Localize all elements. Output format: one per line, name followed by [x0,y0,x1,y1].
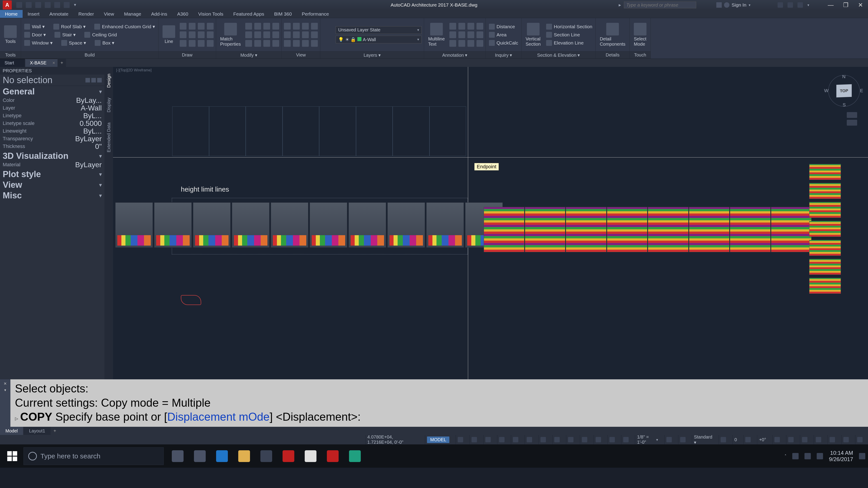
quickprops-icon[interactable] [788,437,794,442]
ribbon-tool-icon[interactable] [272,40,279,47]
prop-section-view[interactable]: View▾ [0,179,104,190]
ceiling-grid-button[interactable]: Ceiling Grid [84,31,118,38]
ribbon-tool-icon[interactable] [245,40,252,47]
ribbon-tab-vision-tools[interactable]: Vision Tools [193,10,228,18]
prop-section-misc[interactable]: Misc▾ [0,190,104,200]
prop-section-3d-visualization[interactable]: 3D Visualization▾ [0,150,104,161]
ribbon-tool-icon[interactable] [293,23,300,30]
ribbon-tab-insert[interactable]: Insert [23,10,44,18]
select-icon[interactable] [91,78,96,83]
palette-tab-display[interactable]: Display [106,93,112,117]
gear-icon[interactable] [666,437,672,442]
ribbon-tool-icon[interactable] [450,31,456,38]
drawing-canvas[interactable]: [-][Top][2D Wireframe] Endpoint height l… [113,67,868,379]
ribbon-tool-icon[interactable] [293,40,300,47]
ribbon-tab-featured-apps[interactable]: Featured Apps [228,10,269,18]
taskbar-taskview-button[interactable] [189,446,211,466]
ribbon-tool-icon[interactable] [189,40,195,47]
viewport-label[interactable]: [-][Top][2D Wireframe] [116,68,151,72]
cmdline-handle[interactable]: × ▾ [0,379,10,427]
vertical-button[interactable]: Vertical Section [524,22,542,48]
hardware-accel-icon[interactable] [830,437,835,442]
annoscale-icon[interactable] [680,437,686,442]
taskbar-mcafee-button[interactable] [278,446,299,466]
multiline-button[interactable]: Multiline Text [426,22,446,48]
angle2-readout[interactable]: +0° [757,435,768,445]
pick-icon[interactable] [97,78,102,83]
infocenter-search[interactable]: ▸ [619,2,696,8]
add-layout-button[interactable]: + [51,427,59,435]
a360-icon[interactable] [716,2,722,8]
ribbon-tool-icon[interactable] [450,40,456,47]
ribbon-tool-icon[interactable] [207,31,214,38]
properties-selection[interactable]: No selection [0,74,104,86]
qat-dropdown-icon[interactable]: ▼ [73,3,77,7]
ribbon-tool-icon[interactable] [189,31,195,38]
layout-tab-model[interactable]: Model [0,427,23,435]
qat-print-icon[interactable] [64,2,70,8]
scale-readout[interactable]: 1/8" = 1'-0" ▾ [635,435,660,445]
cmdline-close-icon[interactable]: × [4,381,7,387]
tray-chevron-icon[interactable]: ˄ [784,454,786,458]
taskbar-search[interactable]: Type here to search [24,447,164,465]
line-button[interactable]: Line [161,24,177,45]
window--button[interactable]: Window ▾ [23,39,54,46]
ribbon-tool-icon[interactable] [311,40,318,47]
qat-undo-icon[interactable] [45,2,51,8]
units-icon[interactable] [774,437,780,442]
ribbon-tool-icon[interactable] [476,31,483,38]
app-logo[interactable]: A [3,0,12,9]
ribbon-tab-manage[interactable]: Manage [119,10,146,18]
pan-icon[interactable] [847,120,857,126]
transparency-toggle-icon[interactable] [610,437,615,442]
ribbon-tool-icon[interactable] [180,23,186,30]
isolate-icon[interactable] [816,437,821,442]
polar-toggle-icon[interactable] [499,437,504,442]
palette-tab-design[interactable]: Design [106,69,112,92]
wall--button[interactable]: Wall ▾ [23,23,46,30]
door--button[interactable]: Door ▾ [23,31,47,38]
layout-tab-layout1[interactable]: Layout1 [24,427,51,435]
otrack-toggle-icon[interactable] [554,437,560,442]
dyninput-toggle-icon[interactable] [582,437,587,442]
ortho-toggle-icon[interactable] [485,437,491,442]
grid-toggle-icon[interactable] [458,437,463,442]
qat-new-icon[interactable] [16,2,22,8]
palette-tab-extended-data[interactable]: Extended Data [106,118,112,157]
tray-battery-icon[interactable] [817,453,823,459]
prop-row-layer[interactable]: LayerA-Wall [0,104,104,112]
viewcube-east[interactable]: E [860,88,863,93]
customize-status-icon[interactable] [857,437,863,442]
minimize-button[interactable]: — [823,0,838,10]
help-icon[interactable] [798,2,803,8]
taskbar-store-button[interactable] [255,446,277,466]
taskbar-mic-button[interactable] [167,446,188,466]
dynamic-ucs-icon[interactable] [568,437,574,442]
osnap-toggle-icon[interactable] [527,437,532,442]
anno-monitor-icon[interactable] [745,437,751,442]
viewcube-face[interactable]: TOP [836,84,852,97]
ribbon-tool-icon[interactable] [180,31,186,38]
ribbon-tool-icon[interactable] [207,40,214,47]
angle-readout[interactable]: 0 [733,435,739,445]
3dosnap-toggle-icon[interactable] [540,437,546,442]
ribbon-tool-icon[interactable] [476,40,483,47]
cmd-prompt[interactable]: ▹ COPY Specify base point or [Displaceme… [15,410,864,424]
ribbon-tool-icon[interactable] [264,23,270,30]
ribbon-tab-a360[interactable]: A360 [172,10,193,18]
taskbar-edge-button[interactable] [211,446,233,466]
prop-row-color[interactable]: ColorByLay... [0,96,104,104]
ribbon-tab-annotate[interactable]: Annotate [44,10,73,18]
prop-row-transparency[interactable]: TransparencyByLayer [0,135,104,142]
ribbon-tab-render[interactable]: Render [73,10,99,18]
ribbon-tool-icon[interactable] [245,23,252,30]
ribbon-tool-icon[interactable] [189,23,195,30]
taskbar-3dsmax-button[interactable] [344,446,366,466]
ribbon-tool-icon[interactable] [254,31,261,38]
ribbon-tool-icon[interactable] [284,31,291,38]
ribbon-tool-icon[interactable] [254,23,261,30]
close-icon[interactable]: × [53,60,55,66]
ribbon-tab-view[interactable]: View [99,10,119,18]
ribbon-tool-icon[interactable] [311,31,318,38]
new-doc-tab-button[interactable]: + [58,59,66,67]
